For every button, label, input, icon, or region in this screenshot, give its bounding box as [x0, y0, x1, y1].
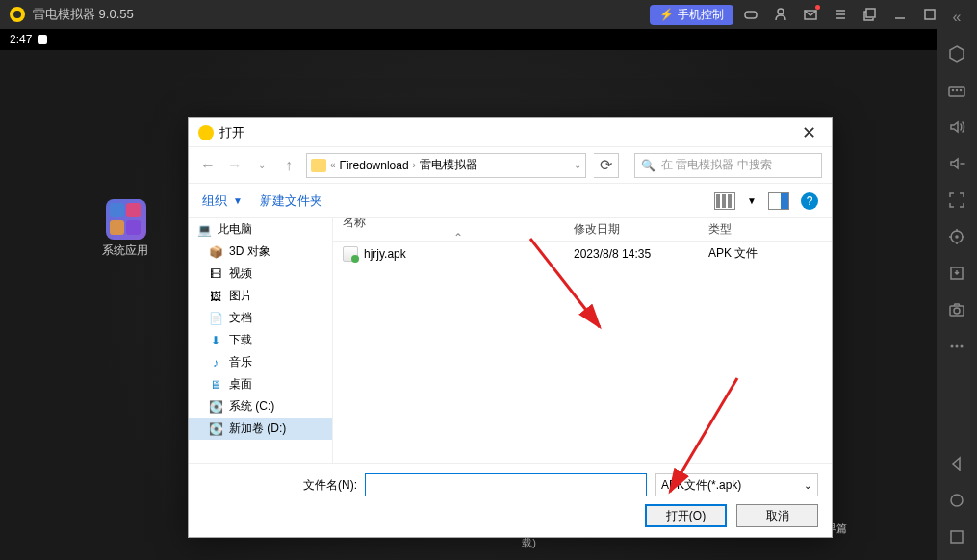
- dialog-footer: 文件名(N): APK文件(*.apk)⌄ 打开(O) 取消: [189, 463, 832, 537]
- svg-point-9: [957, 90, 958, 91]
- svg-point-16: [951, 345, 954, 348]
- tree-item-desktop[interactable]: 🖥桌面: [189, 373, 332, 395]
- refresh-icon[interactable]: ⟳: [594, 153, 619, 178]
- cancel-button[interactable]: 取消: [736, 504, 818, 527]
- dropdown-icon[interactable]: ▼: [233, 195, 243, 206]
- bolt-icon: ⚡: [659, 8, 674, 21]
- breadcrumb-segment[interactable]: 雷电模拟器: [420, 157, 477, 173]
- nav-home-icon[interactable]: [947, 491, 966, 510]
- more-icon[interactable]: [947, 337, 966, 356]
- recent-icon[interactable]: ⌄: [252, 156, 271, 175]
- folder-tree[interactable]: 💻此电脑 📦3D 对象 🎞视频 🖼图片 📄文档 ⬇下载 ♪音乐 🖥桌面 💽系统 …: [189, 218, 333, 463]
- tree-item-videos[interactable]: 🎞视频: [189, 263, 332, 285]
- filter-select[interactable]: APK文件(*.apk)⌄: [655, 473, 818, 496]
- dialog-icon: [198, 125, 214, 140]
- breadcrumb-segment[interactable]: Firedownload: [340, 159, 409, 172]
- file-row[interactable]: hjrjy.apk 2023/8/8 14:35 APK 文件: [333, 242, 832, 266]
- tree-item-drive-c[interactable]: 💽系统 (C:): [189, 395, 332, 418]
- android-statusbar: 2:47 ▾ ▮ ▮: [0, 29, 977, 50]
- preview-pane-icon[interactable]: [768, 192, 789, 210]
- multiwindow-icon[interactable]: [862, 7, 878, 22]
- organize-button[interactable]: 组织: [202, 192, 227, 210]
- install-apk-icon[interactable]: [947, 264, 966, 283]
- svg-point-10: [961, 90, 962, 91]
- dropdown-icon[interactable]: ▼: [747, 195, 757, 206]
- app-title: 雷电模拟器 9.0.55: [33, 6, 134, 23]
- download-icon: ⬇: [208, 333, 223, 348]
- dialog-toolbar: 组织 ▼ 新建文件夹 ▼ ?: [189, 184, 832, 218]
- search-input[interactable]: 🔍 在 雷电模拟器 中搜索: [634, 153, 822, 178]
- clock: 2:47: [10, 33, 32, 46]
- mail-icon[interactable]: [803, 7, 818, 22]
- dialog-title: 打开: [219, 124, 244, 141]
- new-folder-button[interactable]: 新建文件夹: [260, 192, 322, 210]
- apk-file-icon: [343, 246, 358, 262]
- view-mode-icon[interactable]: [714, 192, 735, 210]
- titlebar: 雷电模拟器 9.0.55 ⚡ 手机控制: [0, 0, 977, 29]
- volume-up-icon[interactable]: [947, 117, 966, 137]
- notification-icon: [38, 35, 47, 44]
- col-type-header[interactable]: 类型: [708, 221, 822, 238]
- tree-item-this-pc[interactable]: 💻此电脑: [189, 218, 332, 241]
- tree-item-downloads[interactable]: ⬇下载: [189, 329, 332, 351]
- minimize-icon[interactable]: [892, 7, 908, 22]
- phone-control-button[interactable]: ⚡ 手机控制: [650, 5, 733, 25]
- user-icon[interactable]: [773, 7, 788, 22]
- dialog-nav: ← → ⌄ ↑ « Firedownload › 雷电模拟器 ⌄ ⟳ 🔍 在 雷…: [189, 147, 832, 184]
- column-headers: 名称 ⌃ 修改日期 类型: [333, 218, 832, 242]
- hexagon-icon[interactable]: [947, 44, 966, 64]
- chevron-down-icon[interactable]: ⌄: [574, 160, 581, 170]
- emulator-sidebar: «: [937, 0, 977, 560]
- svg-point-19: [951, 495, 963, 506]
- tree-item-music[interactable]: ♪音乐: [189, 351, 332, 373]
- system-apps-icon[interactable]: [106, 199, 146, 240]
- collapse-icon[interactable]: «: [947, 8, 966, 27]
- tree-item-drive-d[interactable]: 💽新加卷 (D:): [189, 418, 332, 440]
- chevron-down-icon: ⌄: [804, 480, 811, 491]
- cube-icon: 📦: [208, 244, 223, 260]
- col-name-header[interactable]: 名称: [343, 218, 366, 229]
- svg-rect-0: [745, 12, 757, 18]
- dialog-close-icon[interactable]: ✕: [796, 122, 822, 143]
- nav-back-icon[interactable]: [947, 454, 966, 473]
- volume-down-icon[interactable]: [947, 154, 966, 173]
- col-date-header[interactable]: 修改日期: [574, 221, 708, 238]
- gamepad-icon[interactable]: [743, 7, 758, 22]
- keyboard-icon[interactable]: [947, 81, 966, 100]
- pc-icon: 💻: [196, 222, 212, 238]
- app-logo-icon: [10, 7, 25, 22]
- tree-item-documents[interactable]: 📄文档: [189, 307, 332, 329]
- screenshot-icon[interactable]: [947, 300, 966, 319]
- system-apps-label: 系统应用: [96, 242, 154, 259]
- maximize-icon[interactable]: [922, 7, 938, 22]
- tree-item-3d[interactable]: 📦3D 对象: [189, 241, 332, 263]
- file-open-dialog: 打开 ✕ ← → ⌄ ↑ « Firedownload › 雷电模拟器 ⌄ ⟳ …: [188, 117, 833, 538]
- image-icon: 🖼: [208, 289, 223, 304]
- up-icon[interactable]: ↑: [279, 156, 298, 175]
- breadcrumb[interactable]: « Firedownload › 雷电模拟器 ⌄: [306, 153, 586, 178]
- phone-control-label: 手机控制: [678, 7, 724, 23]
- help-icon[interactable]: ?: [801, 192, 818, 210]
- file-list: 名称 ⌃ 修改日期 类型 hjrjy.apk 2023/8/8 14:35 AP…: [333, 218, 832, 463]
- tree-item-pictures[interactable]: 🖼图片: [189, 285, 332, 307]
- emulator-screen: 系统应用 天龙八部2: 飞龙战天 全民江湖 秦时明月: 沧海 (预下载) 天命传…: [0, 50, 937, 560]
- locate-icon[interactable]: [947, 227, 966, 246]
- nav-recent-icon[interactable]: [947, 527, 966, 547]
- forward-icon[interactable]: →: [225, 156, 244, 175]
- video-icon: 🎞: [208, 267, 223, 282]
- open-button[interactable]: 打开(O): [645, 504, 727, 527]
- folder-icon: [311, 159, 326, 172]
- fullscreen-icon[interactable]: [947, 191, 966, 210]
- dialog-titlebar: 打开 ✕: [189, 118, 832, 147]
- menu-icon[interactable]: [833, 7, 848, 22]
- svg-point-12: [956, 236, 958, 238]
- svg-rect-3: [866, 9, 875, 17]
- filename-input[interactable]: [365, 473, 647, 496]
- svg-point-18: [961, 345, 964, 348]
- drive-icon: 💽: [208, 399, 223, 415]
- svg-point-15: [954, 308, 960, 314]
- svg-point-8: [953, 90, 954, 91]
- back-icon[interactable]: ←: [198, 156, 218, 175]
- svg-point-17: [956, 345, 959, 348]
- drive-icon: 💽: [208, 421, 223, 437]
